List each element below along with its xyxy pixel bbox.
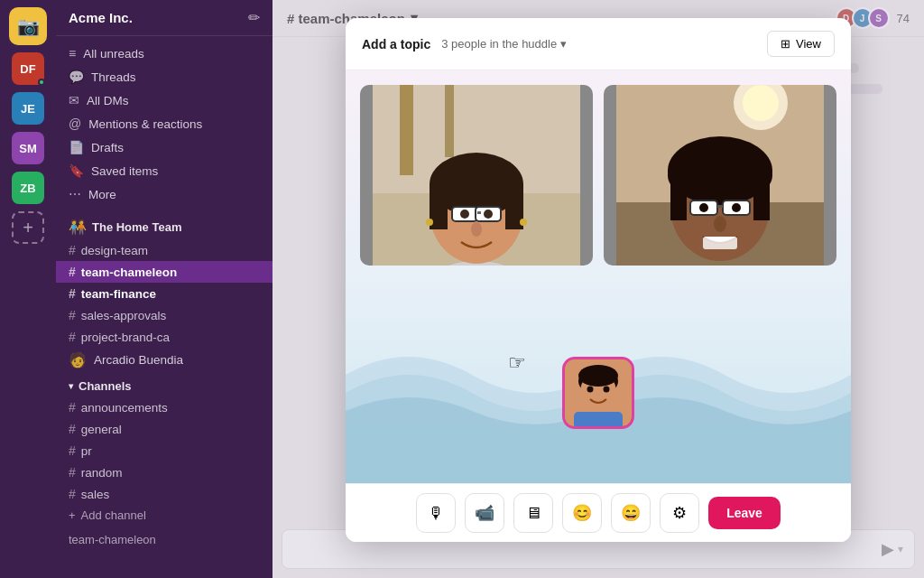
main-content: # team-chameleon ▾ D J S 74 ▶ ▾ Add a to… xyxy=(273,0,924,578)
nav-drafts[interactable]: 📄 Drafts xyxy=(56,135,273,159)
dm-arcadio-avatar: 🧑 xyxy=(69,351,87,368)
svg-point-45 xyxy=(578,365,618,387)
threads-icon: 💬 xyxy=(69,70,84,84)
svg-rect-14 xyxy=(477,211,481,214)
team-icon: 🧑‍🤝‍🧑 xyxy=(69,219,87,236)
dm-arcadio-name: Arcadio Buendia xyxy=(94,353,183,367)
nav-mentions-label: Mentions & reactions xyxy=(88,117,202,131)
workspace-name[interactable]: Acme Inc. xyxy=(69,10,133,25)
modal-overlay: Add a topic 3 people in the huddle ▾ ⊞ V… xyxy=(273,0,924,578)
screenshare-button[interactable]: 🖥 xyxy=(513,493,553,533)
channel-sales[interactable]: # sales xyxy=(56,483,273,505)
channel-team-chameleon-label: team-chameleon xyxy=(81,266,178,279)
channels-section-label[interactable]: Channels xyxy=(79,379,132,393)
huddle-people-count: 3 people in the huddle xyxy=(441,37,557,51)
add-channel-plus: + xyxy=(69,508,76,522)
microphone-button[interactable]: 🎙 xyxy=(416,493,456,533)
view-label: View xyxy=(796,37,821,51)
huddle-modal: Add a topic 3 people in the huddle ▾ ⊞ V… xyxy=(346,18,851,542)
svg-rect-38 xyxy=(717,205,723,208)
bottom-channel-name: team-chameleon xyxy=(56,526,273,554)
team-name[interactable]: The Home Team xyxy=(92,220,181,234)
channel-pr[interactable]: # pr xyxy=(56,440,273,461)
avatar-sm[interactable]: SM xyxy=(12,132,44,164)
svg-rect-32 xyxy=(670,184,687,220)
team-section-header: 🧑‍🤝‍🧑 The Home Team xyxy=(56,211,273,239)
svg-point-15 xyxy=(471,222,482,237)
reaction-button[interactable]: 😄 xyxy=(611,493,651,533)
self-avatar-container xyxy=(562,357,634,429)
add-topic-button[interactable]: Add a topic xyxy=(362,37,430,51)
channel-design-team-label: design-team xyxy=(81,244,148,257)
avatar-df[interactable]: DF xyxy=(12,52,44,85)
channel-general[interactable]: # general xyxy=(56,418,273,440)
nav-all-dms-label: All DMs xyxy=(87,94,129,107)
view-icon: ⊞ xyxy=(781,37,790,51)
channel-design-team[interactable]: # design-team xyxy=(56,239,273,261)
emoji-button[interactable]: 😊 xyxy=(562,493,602,533)
screenshare-icon: 🖥 xyxy=(525,504,541,523)
svg-point-12 xyxy=(460,210,469,219)
channel-sales-approvals[interactable]: # sales-approvals xyxy=(56,304,273,326)
channels-toggle[interactable]: ▾ xyxy=(69,381,73,391)
channel-pr-label: pr xyxy=(81,444,92,458)
video-area: ☞ xyxy=(346,70,851,483)
hash-icon: # xyxy=(69,330,76,344)
nav-saved-label: Saved items xyxy=(91,164,158,178)
hash-icon: # xyxy=(69,400,76,415)
nav-more-label: More xyxy=(88,188,116,201)
channel-random-label: random xyxy=(81,466,123,480)
add-channel-label: Add channel xyxy=(81,508,146,522)
mentions-icon: @ xyxy=(69,117,81,131)
svg-point-36 xyxy=(699,203,708,212)
camera-button[interactable]: 📹 xyxy=(465,493,504,533)
channel-random[interactable]: # random xyxy=(56,461,273,483)
video-tile-2 xyxy=(604,85,836,266)
video-tile-1 xyxy=(360,85,593,266)
saved-icon: 🔖 xyxy=(69,163,84,178)
emoji-icon: 😊 xyxy=(572,503,592,523)
svg-rect-48 xyxy=(574,412,623,426)
hash-icon: # xyxy=(69,308,76,322)
add-workspace-button[interactable]: + xyxy=(12,211,44,244)
nav-mentions[interactable]: @ Mentions & reactions xyxy=(56,112,273,135)
channel-team-chameleon[interactable]: # team-chameleon xyxy=(56,261,273,283)
svg-point-39 xyxy=(714,216,726,232)
hash-icon: # xyxy=(69,443,76,458)
nav-all-dms[interactable]: ✉ All DMs xyxy=(56,89,273,112)
dm-arcadio[interactable]: 🧑 Arcadio Buendia xyxy=(56,348,273,372)
view-button[interactable]: ⊞ View xyxy=(767,31,835,57)
add-channel-button[interactable]: + Add channel xyxy=(56,505,273,526)
channel-team-finance[interactable]: # team-finance xyxy=(56,283,273,304)
drafts-icon: 📄 xyxy=(69,140,84,154)
workspace-logo[interactable]: 📷 xyxy=(9,7,47,45)
hash-icon: # xyxy=(69,487,76,501)
nav-saved[interactable]: 🔖 Saved items xyxy=(56,159,273,182)
leave-button[interactable]: Leave xyxy=(708,497,781,529)
reaction-icon: 😄 xyxy=(621,503,641,523)
hash-icon: # xyxy=(69,465,76,480)
avatar-je[interactable]: JE xyxy=(12,92,44,125)
compose-icon[interactable]: ✏ xyxy=(248,9,260,26)
unreads-icon: ≡ xyxy=(69,46,76,61)
nav-all-unreads-label: All unreads xyxy=(83,47,144,61)
hash-icon: # xyxy=(69,422,76,436)
nav-all-unreads[interactable]: ≡ All unreads xyxy=(56,42,273,65)
channel-project-brand[interactable]: # project-brand-ca xyxy=(56,326,273,348)
nav-threads[interactable]: 💬 Threads xyxy=(56,65,273,89)
svg-rect-33 xyxy=(753,184,770,220)
online-indicator xyxy=(38,79,45,86)
channel-project-brand-label: project-brand-ca xyxy=(81,331,170,344)
nav-more[interactable]: ⋯ More xyxy=(56,182,273,206)
svg-point-17 xyxy=(520,219,527,226)
huddle-people-info: 3 people in the huddle ▾ xyxy=(441,37,567,51)
channel-announcements[interactable]: # announcements xyxy=(56,396,273,418)
settings-button[interactable]: ⚙ xyxy=(660,493,699,533)
svg-point-47 xyxy=(604,387,610,393)
channel-announcements-label: announcements xyxy=(81,401,168,415)
avatar-zb[interactable]: ZB xyxy=(12,172,44,204)
hash-icon: # xyxy=(69,243,76,257)
huddle-dropdown-arrow[interactable]: ▾ xyxy=(560,37,567,51)
hash-icon: # xyxy=(69,265,76,279)
sidebar-header: Acme Inc. ✏ xyxy=(56,0,273,36)
